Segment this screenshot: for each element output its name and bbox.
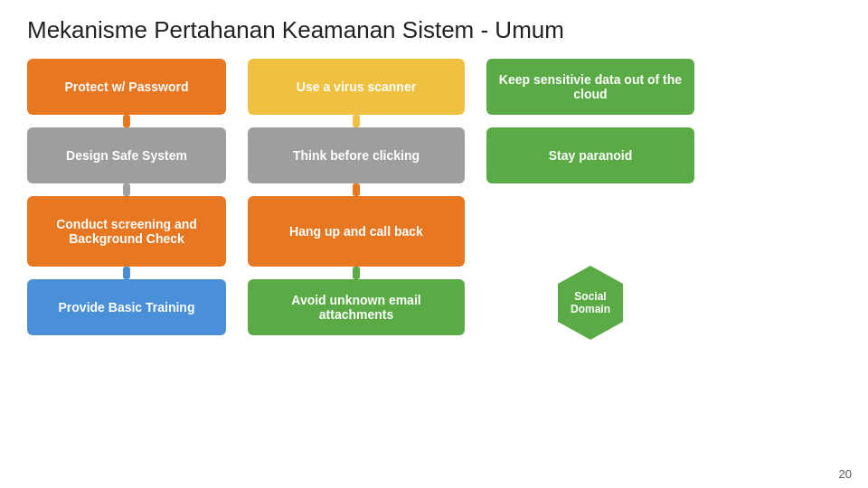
- column-1: Protect w/ Password Design Safe System C…: [27, 59, 226, 335]
- connector-2-1: [248, 115, 465, 127]
- box-design-safe: Design Safe System: [27, 127, 226, 183]
- main-grid: Protect w/ Password Design Safe System C…: [27, 59, 841, 339]
- box-provide-training: Provide Basic Training: [27, 279, 226, 335]
- hex-social-domain-container: Social Domain: [486, 267, 694, 339]
- connector-1-2: [27, 183, 226, 196]
- spacer-hex: [486, 183, 694, 267]
- hex-social-domain: Social Domain: [558, 284, 623, 322]
- box-conduct-screening: Conduct screening and Background Check: [27, 196, 226, 267]
- box-protect-password: Protect w/ Password: [27, 59, 226, 115]
- box-think-clicking: Think before clicking: [248, 127, 465, 183]
- spacer-3-1: [486, 115, 694, 127]
- box-keep-sensitive: Keep sensitivie data out of the cloud: [486, 59, 694, 115]
- box-avoid-email: Avoid unknown email attachments: [248, 279, 465, 335]
- connector-2-3: [248, 267, 465, 279]
- column-2: Use a virus scanner Think before clickin…: [248, 59, 465, 335]
- page-title: Mekanisme Pertahanan Keamanan Sistem - U…: [27, 16, 841, 44]
- page-number: 20: [839, 467, 852, 481]
- connector-1-1: [27, 115, 226, 127]
- column-3: Keep sensitivie data out of the cloud St…: [486, 59, 694, 339]
- box-hang-up: Hang up and call back: [248, 196, 465, 267]
- connector-1-3: [27, 267, 226, 279]
- box-virus-scanner: Use a virus scanner: [248, 59, 465, 115]
- connector-2-2: [248, 183, 465, 196]
- box-stay-paranoid: Stay paranoid: [486, 127, 694, 183]
